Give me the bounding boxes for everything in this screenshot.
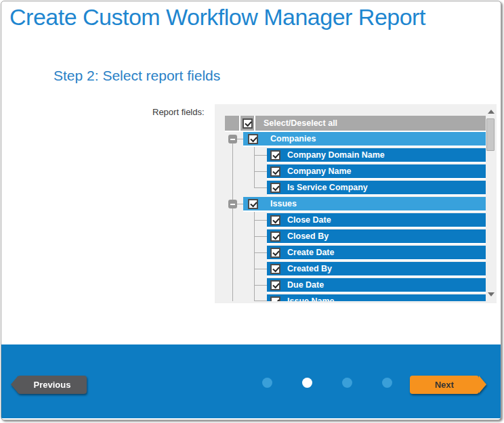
tree-line bbox=[254, 285, 267, 286]
checkbox[interactable] bbox=[270, 150, 280, 160]
tree-row-item[interactable]: Due Date bbox=[267, 278, 486, 293]
tree-row-label: Is Service Company bbox=[287, 183, 368, 192]
step-dot-4 bbox=[382, 378, 392, 388]
previous-button[interactable]: Previous bbox=[11, 376, 87, 394]
scroll-thumb[interactable] bbox=[486, 118, 495, 151]
tree-row-item[interactable]: Is Service Company bbox=[267, 181, 486, 196]
tree-row-label: Close Date bbox=[287, 215, 331, 225]
tree-line bbox=[254, 300, 267, 301]
page-title: Create Custom Workflow Manager Report bbox=[9, 4, 425, 30]
select-all-checkbox[interactable] bbox=[243, 118, 253, 129]
tree-header-label-cell: Select/Deselect all bbox=[255, 116, 486, 131]
next-button-label: Next bbox=[410, 376, 479, 394]
tree-row-label: Create Date bbox=[287, 248, 334, 257]
tree-row-item[interactable]: Close Date bbox=[267, 213, 486, 228]
tree-row-item[interactable]: Created By bbox=[267, 262, 486, 277]
checkbox[interactable] bbox=[270, 280, 280, 290]
tree-row-label: Companies bbox=[270, 134, 316, 143]
tree-row-item[interactable]: Closed By bbox=[267, 229, 486, 244]
tree-header-gutter-cell bbox=[225, 116, 239, 131]
tree-line bbox=[237, 139, 243, 139]
tree-row-item[interactable]: Company Name bbox=[267, 164, 486, 179]
tree-row-label: Due Date bbox=[287, 280, 324, 290]
step-dot-3 bbox=[342, 378, 352, 388]
report-fields-tree: Select/Deselect all bbox=[215, 104, 497, 303]
tree-line bbox=[254, 236, 267, 237]
step-dot-1 bbox=[262, 378, 272, 388]
report-fields-label: Report fields: bbox=[152, 107, 205, 117]
tree-row-item[interactable]: Create Date bbox=[267, 246, 486, 261]
checkbox[interactable] bbox=[270, 166, 280, 177]
collapse-minus-icon[interactable] bbox=[228, 135, 237, 143]
tree-line bbox=[254, 147, 255, 188]
scroll-down-icon[interactable] bbox=[488, 292, 495, 296]
wizard-nav-bar: Previous Next bbox=[1, 344, 501, 418]
tree-line bbox=[254, 220, 267, 221]
checkbox[interactable] bbox=[270, 231, 280, 242]
tree-row-label: Company Domain Name bbox=[287, 150, 385, 160]
tree-line bbox=[232, 143, 233, 200]
tree-header-label: Select/Deselect all bbox=[264, 118, 337, 128]
tree-line bbox=[237, 204, 243, 204]
tree-line bbox=[232, 208, 233, 301]
next-button[interactable]: Next bbox=[410, 376, 486, 394]
tree-header-checkbox-cell bbox=[240, 116, 254, 131]
tree-row-item[interactable]: Issue Name bbox=[267, 294, 486, 301]
arrow-right-icon bbox=[479, 376, 486, 393]
step-dot-2 bbox=[302, 378, 312, 388]
previous-button-label: Previous bbox=[18, 376, 87, 394]
tree-header-row[interactable]: Select/Deselect all bbox=[225, 116, 486, 132]
tree-line bbox=[254, 171, 267, 172]
tree-line bbox=[254, 269, 267, 269]
checkbox[interactable] bbox=[248, 134, 258, 144]
wizard-dialog: Create Custom Workflow Manager Report St… bbox=[1, 1, 501, 420]
tree-row-label: Company Name bbox=[287, 166, 351, 176]
checkbox[interactable] bbox=[248, 199, 258, 209]
tree-line bbox=[254, 155, 267, 156]
tree-rows: Select/Deselect all bbox=[225, 116, 486, 301]
scrollbar[interactable] bbox=[486, 104, 496, 303]
checkbox[interactable] bbox=[270, 296, 280, 302]
tree-line bbox=[254, 212, 255, 301]
tree-row-label: Issue Name bbox=[287, 296, 334, 301]
checkbox[interactable] bbox=[270, 215, 280, 225]
tree-line bbox=[254, 252, 267, 253]
collapse-minus-icon[interactable] bbox=[228, 200, 237, 208]
scroll-up-icon[interactable] bbox=[488, 110, 495, 114]
step-heading: Step 2: Select report fields bbox=[54, 68, 220, 84]
checkbox[interactable] bbox=[270, 264, 280, 274]
tree-line bbox=[254, 187, 267, 188]
tree-row-label: Closed By bbox=[287, 231, 329, 241]
checkbox[interactable] bbox=[270, 183, 280, 193]
tree-row-group[interactable]: Issues bbox=[243, 197, 486, 212]
tree-row-label: Created By bbox=[287, 264, 332, 273]
tree-row-label: Issues bbox=[270, 199, 297, 208]
tree-row-item[interactable]: Company Domain Name bbox=[267, 148, 486, 163]
checkbox[interactable] bbox=[270, 248, 280, 258]
tree-row-group[interactable]: Companies bbox=[243, 132, 486, 147]
